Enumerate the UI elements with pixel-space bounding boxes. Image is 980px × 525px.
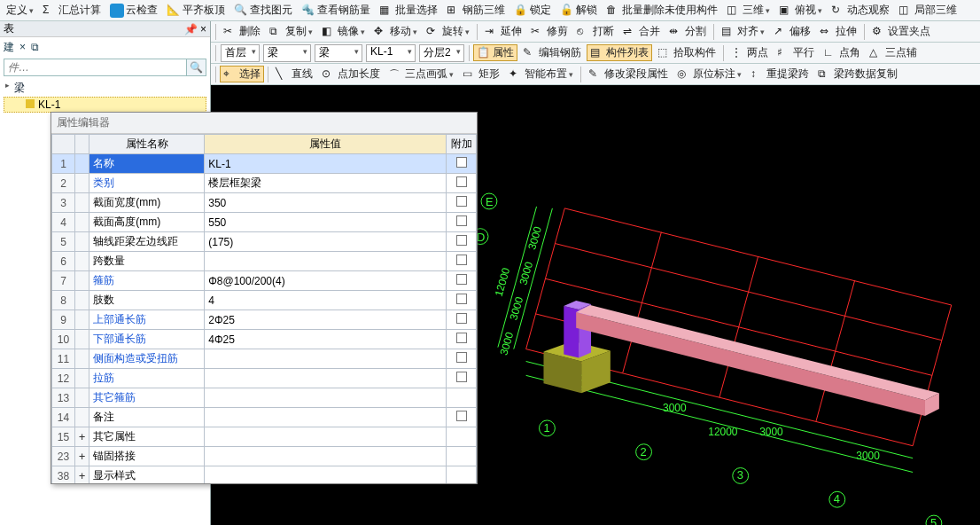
left-copy-icon[interactable]: × (19, 41, 26, 53)
category-select[interactable]: 梁 (263, 44, 311, 62)
row-extra[interactable] (447, 330, 477, 349)
type-select[interactable]: 梁 (315, 44, 362, 62)
split-button[interactable]: ⇹分割 (665, 23, 710, 40)
property-row[interactable]: 12拉筋 (52, 369, 477, 388)
rebar-3d-button[interactable]: ⊞钢筋三维 (443, 2, 509, 19)
property-row[interactable]: 14备注 (52, 408, 477, 427)
checkbox-icon[interactable] (456, 176, 467, 187)
view-rebar-qty-button[interactable]: 🔩查看钢筋量 (298, 2, 374, 19)
view3d-button[interactable]: ◫三维 (723, 2, 774, 19)
row-extra[interactable] (447, 310, 477, 330)
del-button[interactable]: ✂删除 (220, 23, 264, 40)
checkbox-icon[interactable] (456, 294, 467, 304)
corner-button[interactable]: ∟点角 (820, 44, 864, 61)
checkbox-icon[interactable] (456, 215, 467, 226)
checkbox-icon[interactable] (456, 235, 467, 246)
auto-place-tool[interactable]: ✦智能布置 (505, 66, 577, 82)
row-extra[interactable] (447, 252, 477, 271)
row-expand[interactable]: + (75, 466, 89, 484)
row-name[interactable]: 名称 (89, 154, 205, 174)
row-value[interactable] (205, 388, 447, 408)
row-value[interactable] (205, 466, 447, 484)
row-extra[interactable] (447, 174, 477, 193)
tree-root-beam[interactable]: 梁 (4, 80, 206, 97)
property-row[interactable]: 4截面高度(mm)550 (52, 213, 477, 232)
row-name[interactable]: 拉筋 (89, 369, 205, 388)
row-extra[interactable] (447, 349, 477, 369)
checkbox-icon[interactable] (456, 372, 467, 382)
setgrip-button[interactable]: ⚙设置夹点 (868, 23, 934, 40)
left-panel-close[interactable]: × (200, 23, 206, 35)
row-value[interactable] (205, 447, 447, 466)
relift-button[interactable]: ↕重提梁跨 (747, 66, 813, 82)
row-extra[interactable] (447, 271, 477, 291)
search-input[interactable] (4, 59, 187, 76)
arc3-tool[interactable]: ⌒三点画弧 (385, 66, 457, 82)
row-extra[interactable] (447, 408, 477, 427)
property-row[interactable]: 9上部通长筋2Φ25 (52, 310, 477, 330)
row-name[interactable]: 其它箍筋 (89, 388, 205, 408)
new-button[interactable]: 建 (4, 40, 14, 55)
property-row[interactable]: 5轴线距梁左边线距(175) (52, 232, 477, 252)
row-value[interactable]: (175) (205, 232, 447, 252)
three-aux-button[interactable]: △三点辅 (866, 44, 921, 61)
checkbox-icon[interactable] (456, 411, 467, 421)
row-value[interactable]: KL-1 (205, 154, 447, 174)
row-name[interactable]: 侧面构造或受扭筋 (89, 349, 205, 369)
row-value[interactable]: 2Φ25 (205, 310, 447, 330)
row-extra[interactable] (447, 213, 477, 232)
trim-button[interactable]: ✂修剪 (527, 23, 572, 40)
orbit-button[interactable]: ↻动态观察 (828, 2, 893, 19)
property-row[interactable]: 7箍筋Φ8@100/200(4) (52, 271, 477, 291)
row-value[interactable] (205, 349, 447, 369)
align-button[interactable]: ▤对齐 (718, 23, 768, 40)
row-extra[interactable] (447, 388, 477, 408)
floor-select[interactable]: 首层 (221, 44, 260, 62)
stretch-button[interactable]: ⇔拉伸 (816, 23, 860, 40)
flat-slab-button[interactable]: 📐平齐板顶 (163, 2, 229, 19)
row-expand[interactable]: + (75, 447, 89, 466)
row-name[interactable]: 类别 (89, 174, 205, 193)
select-tool[interactable]: ⌖选择 (220, 66, 264, 82)
move-button[interactable]: ✥移动 (370, 23, 421, 40)
property-row[interactable]: 6跨数量 (52, 252, 477, 271)
left-paste-icon[interactable]: ⧉ (31, 41, 39, 53)
row-name[interactable]: 上部通长筋 (89, 310, 205, 330)
rect-tool[interactable]: ▭矩形 (459, 66, 503, 82)
cloud-check-button[interactable]: 云检查 (106, 2, 161, 19)
batch-select-button[interactable]: ▦批量选择 (376, 2, 441, 19)
batch-delete-button[interactable]: 🗑批量删除未使用构件 (603, 2, 721, 19)
define-button[interactable]: 定义 (3, 2, 37, 19)
row-value[interactable]: 350 (205, 193, 447, 213)
row-extra[interactable] (447, 466, 477, 484)
property-row[interactable]: 38+显示样式 (52, 466, 477, 484)
left-panel-pin[interactable]: 📌 × (184, 23, 206, 35)
row-extra[interactable] (447, 447, 477, 466)
layer-select[interactable]: 分层2 (419, 44, 464, 62)
row-extra[interactable] (447, 291, 477, 310)
mirror-button[interactable]: ◧镜像 (318, 23, 369, 40)
unlock-button[interactable]: 🔓解锁 (556, 2, 601, 19)
checkbox-icon[interactable] (456, 157, 467, 168)
copy-span-button[interactable]: ⧉梁跨数据复制 (814, 66, 901, 82)
row-value[interactable] (205, 252, 447, 271)
checkbox-icon[interactable] (456, 313, 467, 324)
edit-span-button[interactable]: ✎修改梁段属性 (585, 66, 672, 82)
two-point-button[interactable]: ⋮两点 (727, 44, 772, 61)
row-value[interactable] (205, 408, 447, 427)
row-extra[interactable] (447, 154, 477, 174)
row-value[interactable]: 550 (205, 213, 447, 232)
sum-button[interactable]: Σ汇总计算 (39, 2, 105, 19)
property-editor-title[interactable]: 属性编辑器 (51, 113, 477, 134)
property-row[interactable]: 1名称KL-1 (52, 154, 477, 174)
property-row[interactable]: 2类别楼层框架梁 (52, 174, 477, 193)
top-view-button[interactable]: ▣俯视 (775, 2, 826, 19)
find-element-button[interactable]: 🔍查找图元 (230, 2, 296, 19)
search-go-button[interactable]: 🔍 (187, 59, 206, 76)
extend-button[interactable]: ⇥延伸 (481, 23, 525, 40)
row-name[interactable]: 箍筋 (89, 271, 205, 291)
property-row[interactable]: 10下部通长筋4Φ25 (52, 330, 477, 349)
property-row[interactable]: 8肢数4 (52, 291, 477, 310)
property-row[interactable]: 3截面宽度(mm)350 (52, 193, 477, 213)
attrs-button[interactable]: 📋属性 (473, 44, 517, 61)
